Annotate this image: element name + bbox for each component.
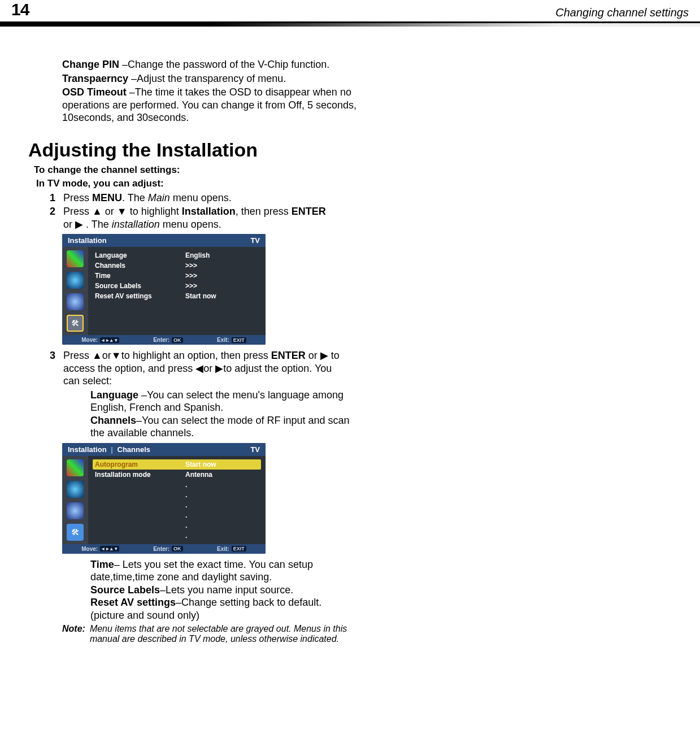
note-label: Note: (62, 624, 85, 644)
source-desc: Source Labels–Lets you name input source… (90, 584, 356, 597)
osd2-autoprogram-label: Autoprogram (95, 461, 168, 468)
ok-button-icon: OK (172, 337, 183, 343)
s2-t2: to highlight (127, 206, 182, 217)
time-label: Time (90, 559, 114, 570)
osd1-reset-value: Start now (185, 292, 216, 300)
language-desc: Language –You can select the menu's lang… (90, 389, 356, 414)
osd1-enter-label: Enter: (153, 337, 169, 343)
osd1-footer-move: Move:◂ ▸ ▴ ▾ (81, 337, 119, 343)
osd1-exit-label: Exit: (217, 337, 229, 343)
page-number: 14 (11, 0, 29, 19)
change-pin-line: Change PIN –Change the password of the V… (62, 58, 362, 71)
osd1-source-value: >>> (185, 282, 197, 290)
reset-label: Reset AV settings (90, 597, 176, 608)
osd2-title-left: Installation | Channels (68, 445, 150, 454)
step-2-num: 2 (45, 205, 55, 231)
osd2-body: 🛠 AutoprogramStart now Installation mode… (62, 456, 266, 544)
osd2-footer-enter: Enter:OK (153, 546, 182, 552)
s1-main: Main (148, 192, 170, 203)
osd1-row-source: Source Labels>>> (95, 281, 259, 291)
osd1-footer-enter: Enter:OK (153, 337, 182, 343)
osd2-row-empty: . (95, 500, 259, 510)
osd2-enter-label: Enter: (153, 546, 169, 552)
page-header: 14 Changing channel settings (0, 0, 700, 23)
osd2-row-empty: . (95, 480, 259, 490)
osd1-mode: TV (250, 236, 260, 245)
osd1-time-value: >>> (185, 272, 197, 280)
time-desc-text: – Lets you set the exact time. You can s… (90, 559, 313, 583)
osd1-source-label: Source Labels (95, 282, 168, 290)
settings-icon (67, 502, 84, 519)
osd1-body: 🛠 LanguageEnglish Channels>>> Time>>> So… (62, 247, 266, 335)
language-label: Language (90, 389, 138, 401)
time-desc: Time– Lets you set the exact time. You c… (90, 558, 356, 584)
s2-inst2: installation (112, 219, 160, 230)
osd1-main: LanguageEnglish Channels>>> Time>>> Sour… (88, 247, 266, 335)
s3-enter: ENTER (271, 350, 306, 361)
up-down-arrows-icon: ▲ or ▼ (92, 206, 127, 217)
step-3: 3 Press ▲or▼to highlight an option, then… (45, 349, 672, 388)
nav-arrows-icon: ◂ ▸ ▴ ▾ (100, 546, 119, 551)
s1-menu: MENU (92, 192, 122, 203)
osd2-sidebar: 🛠 (62, 456, 88, 544)
note: Note: Menu items that are not selectable… (62, 624, 672, 644)
osd2-autoprogram-value: Start now (185, 461, 216, 468)
osd1-footer: Move:◂ ▸ ▴ ▾ Enter:OK Exit:EXIT (62, 335, 266, 345)
installation-icon: 🛠 (67, 315, 84, 332)
osd1-reset-label: Reset AV settings (95, 292, 168, 300)
osd1-title: Installation (68, 236, 107, 245)
source-desc-text: –Lets you name input source. (160, 584, 293, 596)
up-down-arrows-icon: ▲or▼ (92, 350, 121, 361)
s2-enter: ENTER (292, 206, 326, 217)
osd1-row-channels: Channels>>> (95, 260, 259, 271)
osd-timeout-line: OSD Timeout –The time it takes the OSD t… (62, 86, 362, 124)
change-pin-label: Change PIN (62, 59, 119, 70)
osd-channels: Installation | Channels TV 🛠 Autoprogram… (62, 443, 266, 554)
osd2-row-empty: . (95, 520, 259, 531)
step-list: 1 Press MENU. The Main menu opens. 2 Pre… (45, 192, 672, 231)
osd1-footer-exit: Exit:EXIT (217, 337, 246, 343)
channels-label: Channels (90, 415, 136, 426)
note-text: Menu items that are not selectable are g… (90, 624, 355, 644)
osd1-sidebar: 🛠 (62, 247, 88, 335)
change-pin-desc: –Change the password of the V-Chip funct… (122, 59, 329, 70)
osd2-footer-exit: Exit:EXIT (217, 546, 246, 552)
sound-icon (67, 481, 84, 498)
exit-button-icon: EXIT (232, 337, 246, 343)
osd1-language-value: English (185, 251, 210, 259)
osd2-move-label: Move: (81, 546, 98, 552)
settings-icon (67, 293, 84, 310)
osd2-mode-value: Antenna (185, 471, 212, 479)
osd2-row-empty: . (95, 531, 259, 541)
transparency-desc: –Adjust the transparency of menu. (131, 73, 286, 84)
s1-pre: Press (63, 192, 92, 203)
sound-icon (67, 272, 84, 289)
osd1-language-label: Language (95, 251, 168, 259)
exit-button-icon: EXIT (232, 546, 246, 551)
osd1-channels-label: Channels (95, 262, 168, 270)
osd1-titlebar: Installation TV (62, 234, 266, 247)
s2-t3: , then press (236, 206, 292, 217)
reset-desc: Reset AV settings–Change setting back to… (90, 596, 356, 622)
picture-icon (67, 459, 84, 476)
osd2-main: AutoprogramStart now Installation modeAn… (88, 456, 266, 544)
step-1: 1 Press MENU. The Main menu opens. (45, 192, 672, 205)
osd2-footer: Move:◂ ▸ ▴ ▾ Enter:OK Exit:EXIT (62, 544, 266, 554)
s2-t1: Press (63, 206, 92, 217)
osd1-channels-value: >>> (185, 262, 197, 270)
s1-post: . The (122, 192, 148, 203)
s2-t4: or ▶ . The (63, 219, 112, 230)
s2-t5: menu opens. (160, 219, 221, 230)
osd-timeout-label: OSD Timeout (62, 86, 129, 98)
nav-arrows-icon: ◂ ▸ ▴ ▾ (100, 337, 119, 343)
step-1-num: 1 (45, 192, 55, 205)
subheading-1: To change the channel settings: (34, 164, 672, 176)
step-3-num: 3 (45, 349, 55, 388)
ok-button-icon: OK (172, 546, 183, 551)
osd1-row-time: Time>>> (95, 271, 259, 281)
osd2-footer-move: Move:◂ ▸ ▴ ▾ (81, 546, 119, 552)
page-content: Change PIN –Change the password of the V… (0, 23, 700, 667)
transparency-label: Transpaerncy (62, 73, 128, 84)
header-title: Changing channel settings (555, 6, 689, 19)
step-1-text: Press MENU. The Main menu opens. (63, 192, 232, 205)
